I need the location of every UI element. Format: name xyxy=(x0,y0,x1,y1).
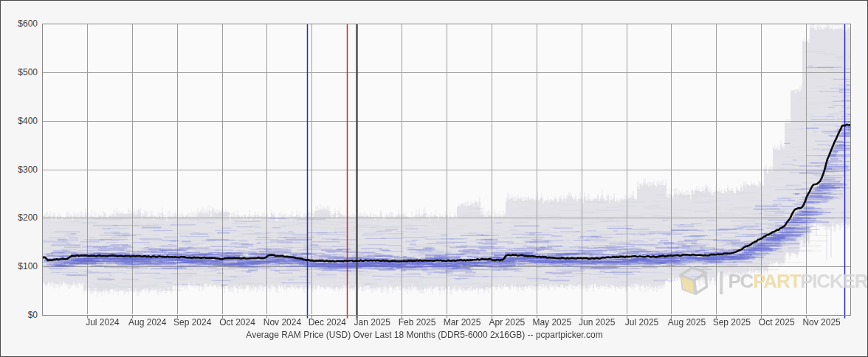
x-axis-label: Jul 2024 xyxy=(86,317,119,327)
y-axis-label: $300 xyxy=(2,164,38,175)
x-axis-label: Oct 2024 xyxy=(219,317,255,327)
x-axis-label: Jul 2025 xyxy=(625,317,658,327)
x-axis-label: Jan 2025 xyxy=(354,317,390,327)
pcpartpicker-cube-icon xyxy=(677,264,711,298)
y-axis-label: $0 xyxy=(2,310,38,320)
x-axis-label: Nov 2025 xyxy=(802,317,840,327)
price-trend-chart: $600$500$400$300$200$100$0 | PC PART PIC… xyxy=(0,0,868,357)
pcpartpicker-watermark: | PC PART PICKER xyxy=(678,264,867,298)
chart-title: Average RAM Price (USD) Over Last 18 Mon… xyxy=(1,330,848,340)
x-axis-label: Nov 2024 xyxy=(264,317,301,327)
x-axis-label: Sep 2024 xyxy=(173,317,211,327)
x-axis-label: Jun 2025 xyxy=(579,317,615,327)
watermark-separator: | xyxy=(718,267,724,294)
x-axis-label: May 2025 xyxy=(532,317,571,327)
y-axis-label: $200 xyxy=(2,212,38,223)
watermark-text-picker: PICKER xyxy=(800,271,867,291)
x-axis-label: Apr 2025 xyxy=(489,317,526,327)
watermark-text-pc: PC xyxy=(728,271,753,291)
watermark-text-part: PART xyxy=(753,271,800,291)
x-axis-label: Sep 2025 xyxy=(713,317,751,327)
x-axis-label: Aug 2024 xyxy=(128,317,166,327)
plot-area: | PC PART PICKER xyxy=(42,24,852,319)
y-axis-label: $400 xyxy=(2,116,38,126)
x-axis-label: Oct 2025 xyxy=(759,317,795,327)
y-axis-label: $100 xyxy=(2,261,38,271)
x-axis-label: Mar 2025 xyxy=(444,317,481,327)
x-axis-label: Feb 2025 xyxy=(399,317,436,327)
x-axis-label: Aug 2025 xyxy=(668,317,706,327)
x-axis-label: Dec 2024 xyxy=(309,317,346,327)
y-axis-label: $500 xyxy=(2,67,38,77)
y-axis-label: $600 xyxy=(2,18,38,29)
